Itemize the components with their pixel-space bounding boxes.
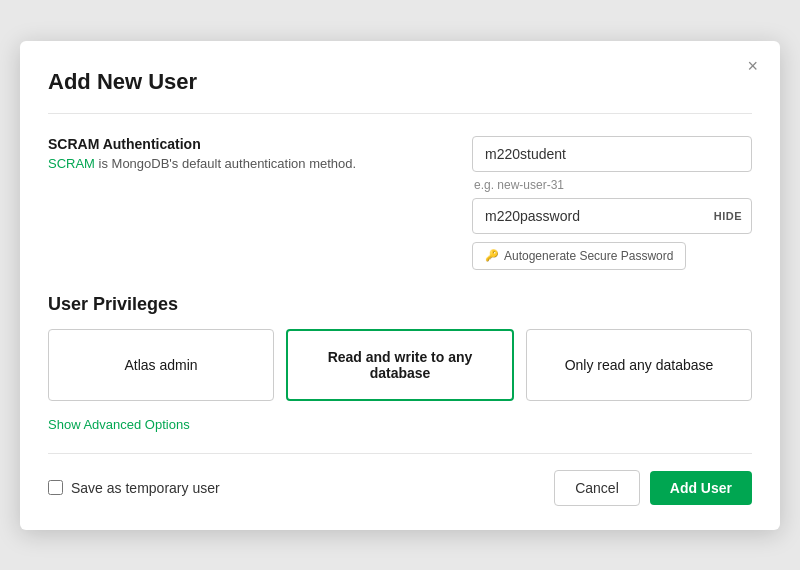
- password-input[interactable]: [472, 198, 752, 234]
- auth-title: SCRAM Authentication: [48, 136, 452, 152]
- auth-description: SCRAM is MongoDB's default authenticatio…: [48, 156, 452, 171]
- footer-actions: Cancel Add User: [554, 470, 752, 506]
- privilege-read-only-label: Only read any database: [565, 357, 714, 373]
- privilege-atlas-admin[interactable]: Atlas admin: [48, 329, 274, 401]
- privilege-atlas-admin-label: Atlas admin: [124, 357, 197, 373]
- privileges-title: User Privileges: [48, 294, 752, 315]
- modal-dialog: × Add New User SCRAM Authentication SCRA…: [20, 41, 780, 530]
- privilege-read-write-label: Read and write to any database: [328, 349, 473, 381]
- privilege-read-only[interactable]: Only read any database: [526, 329, 752, 401]
- close-button[interactable]: ×: [741, 55, 764, 77]
- title-divider: [48, 113, 752, 114]
- key-icon: 🔑: [485, 249, 499, 262]
- add-user-button[interactable]: Add User: [650, 471, 752, 505]
- scram-link[interactable]: SCRAM: [48, 156, 95, 171]
- auth-fields: e.g. new-user-31 HIDE 🔑 Autogenerate Sec…: [472, 136, 752, 270]
- footer: Save as temporary user Cancel Add User: [48, 470, 752, 506]
- advanced-options-link[interactable]: Show Advanced Options: [48, 417, 190, 432]
- temporary-user-label[interactable]: Save as temporary user: [48, 480, 220, 496]
- hide-password-button[interactable]: HIDE: [714, 210, 742, 222]
- temporary-user-text: Save as temporary user: [71, 480, 220, 496]
- privilege-read-write[interactable]: Read and write to any database: [286, 329, 514, 401]
- autogenerate-label: Autogenerate Secure Password: [504, 249, 673, 263]
- privileges-section: User Privileges Atlas admin Read and wri…: [48, 294, 752, 433]
- modal-overlay: × Add New User SCRAM Authentication SCRA…: [0, 0, 800, 570]
- footer-divider: [48, 453, 752, 454]
- password-wrapper: HIDE: [472, 198, 752, 234]
- autogenerate-button[interactable]: 🔑 Autogenerate Secure Password: [472, 242, 686, 270]
- privilege-options: Atlas admin Read and write to any databa…: [48, 329, 752, 401]
- username-hint: e.g. new-user-31: [474, 178, 752, 192]
- auth-description-suffix: is MongoDB's default authentication meth…: [95, 156, 356, 171]
- auth-info: SCRAM Authentication SCRAM is MongoDB's …: [48, 136, 452, 171]
- username-input[interactable]: [472, 136, 752, 172]
- auth-section: SCRAM Authentication SCRAM is MongoDB's …: [48, 136, 752, 270]
- page-title: Add New User: [48, 69, 752, 95]
- cancel-button[interactable]: Cancel: [554, 470, 640, 506]
- temporary-user-checkbox[interactable]: [48, 480, 63, 495]
